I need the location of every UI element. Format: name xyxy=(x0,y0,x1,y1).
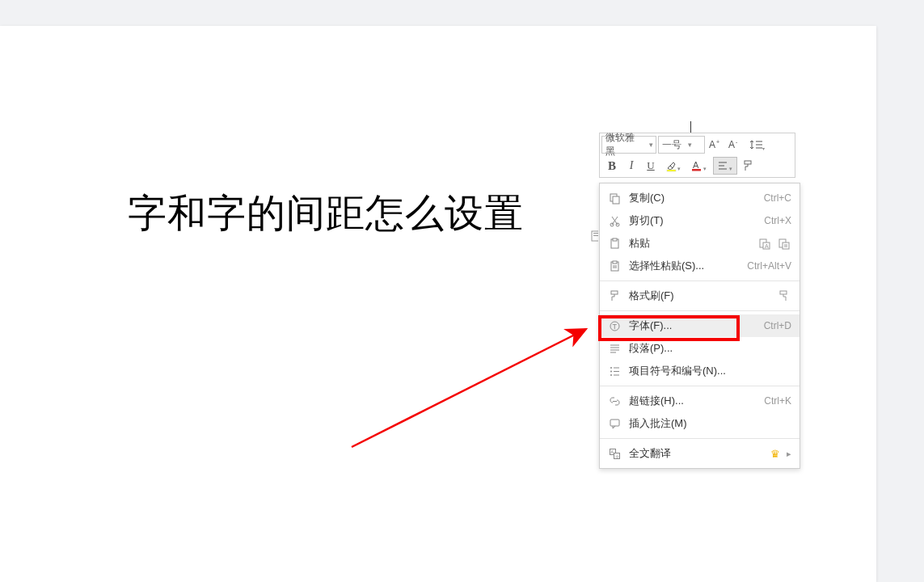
svg-point-50 xyxy=(610,374,612,376)
page-options-icon[interactable] xyxy=(590,230,598,242)
svg-text:-: - xyxy=(736,139,738,145)
menu-divider xyxy=(600,310,800,311)
menu-shortcut: Ctrl+Alt+V xyxy=(747,260,791,272)
svg-rect-38 xyxy=(611,291,618,294)
svg-rect-39 xyxy=(780,291,787,294)
highlight-color-button[interactable]: ▾ xyxy=(661,157,686,175)
premium-crown-icon: ♛ xyxy=(770,448,780,460)
menu-cut[interactable]: 剪切(T) Ctrl+X xyxy=(600,209,800,232)
menu-label: 插入批注(M) xyxy=(629,416,791,431)
svg-rect-20 xyxy=(745,161,751,164)
menu-copy[interactable]: 复制(C) Ctrl+C xyxy=(600,187,800,209)
decrease-font-button[interactable]: A- xyxy=(726,136,744,154)
paste-format-icon[interactable] xyxy=(775,235,791,251)
chevron-right-icon: ▸ xyxy=(787,449,791,459)
menu-shortcut: Ctrl+C xyxy=(764,192,791,204)
svg-text:A: A xyxy=(765,243,769,249)
svg-text:▾: ▾ xyxy=(677,166,681,171)
menu-shortcut: Ctrl+X xyxy=(764,215,791,226)
menu-divider xyxy=(600,386,800,386)
italic-button[interactable]: I xyxy=(622,157,640,175)
svg-rect-35 xyxy=(613,261,617,264)
svg-rect-11 xyxy=(667,170,676,171)
document-text: 字和字的间距怎么设置 xyxy=(128,188,524,239)
mini-format-toolbar: 微软雅黑 ▾ 一号 ▾ A+ A- ▾ B I U ▾ A▾ xyxy=(599,133,795,178)
menu-divider xyxy=(600,438,800,439)
paragraph-icon xyxy=(606,340,622,356)
menu-label: 字体(F)... xyxy=(629,318,764,333)
translate-icon: A文 xyxy=(606,445,622,462)
menu-shortcut: Ctrl+K xyxy=(764,395,791,407)
svg-text:文: 文 xyxy=(615,453,619,458)
bold-button[interactable]: B xyxy=(603,157,621,175)
menu-paste[interactable]: 粘贴 A xyxy=(600,232,800,255)
underline-button[interactable]: U xyxy=(642,157,660,175)
menu-label: 格式刷(F) xyxy=(629,289,775,303)
menu-insert-comment[interactable]: 插入批注(M) xyxy=(600,412,800,435)
menu-label: 剪切(T) xyxy=(629,213,764,228)
font-color-button[interactable]: A▾ xyxy=(687,157,711,175)
menu-bullets-numbering[interactable]: 项目符号和编号(N)... xyxy=(600,360,800,382)
align-button[interactable]: ▾ xyxy=(713,157,737,175)
chevron-down-icon: ▾ xyxy=(685,141,694,149)
menu-label: 粘贴 xyxy=(629,236,756,251)
paste-text-icon[interactable]: A xyxy=(756,235,772,251)
svg-rect-31 xyxy=(783,242,789,249)
format-painter-button[interactable] xyxy=(739,157,757,175)
menu-paste-special[interactable]: 选择性粘贴(S)... Ctrl+Alt+V xyxy=(600,255,800,277)
menu-divider xyxy=(600,280,800,281)
menu-label: 项目符号和编号(N)... xyxy=(629,364,791,378)
font-size-combo[interactable]: 一号 ▾ xyxy=(658,136,705,154)
menu-label: 全文翻译 xyxy=(629,446,843,461)
svg-text:A: A xyxy=(610,449,614,454)
svg-rect-52 xyxy=(610,420,619,426)
svg-rect-1 xyxy=(593,233,598,234)
svg-text:T: T xyxy=(612,323,617,331)
svg-text:▾: ▾ xyxy=(729,166,732,171)
svg-text:+: + xyxy=(716,139,719,145)
svg-point-48 xyxy=(610,370,612,372)
svg-text:A: A xyxy=(728,139,735,150)
svg-rect-14 xyxy=(692,169,701,171)
format-painter-alt-icon[interactable] xyxy=(775,288,791,304)
chevron-down-icon: ▾ xyxy=(646,141,656,149)
font-size-value: 一号 xyxy=(659,138,685,152)
format-painter-icon xyxy=(606,288,622,304)
context-menu: 复制(C) Ctrl+C 剪切(T) Ctrl+X 粘贴 A 选择性粘贴(S).… xyxy=(599,183,800,469)
font-name-combo[interactable]: 微软雅黑 ▾ xyxy=(601,136,656,154)
svg-point-46 xyxy=(610,367,612,369)
menu-label: 复制(C) xyxy=(629,191,764,205)
comment-icon xyxy=(606,415,622,432)
svg-text:A: A xyxy=(693,160,699,170)
cut-icon xyxy=(606,213,622,229)
copy-icon xyxy=(606,190,622,206)
svg-text:▾: ▾ xyxy=(762,146,765,151)
svg-rect-22 xyxy=(613,196,619,204)
menu-shortcut: Ctrl+D xyxy=(764,320,791,331)
font-name-value: 微软雅黑 xyxy=(602,131,646,158)
menu-font[interactable]: T 字体(F)... Ctrl+D xyxy=(600,314,800,337)
link-icon xyxy=(606,393,622,409)
svg-rect-26 xyxy=(613,238,617,241)
increase-font-button[interactable]: A+ xyxy=(707,136,724,154)
menu-paragraph[interactable]: 段落(P)... xyxy=(600,337,800,360)
menu-hyperlink[interactable]: 超链接(H)... Ctrl+K xyxy=(600,390,800,412)
menu-label: 超链接(H)... xyxy=(629,394,764,408)
menu-label: 段落(P)... xyxy=(629,341,791,356)
svg-text:▾: ▾ xyxy=(703,166,707,171)
menu-translate[interactable]: A文 全文翻译 ♛ ▸ xyxy=(600,442,800,465)
line-spacing-button[interactable]: ▾ xyxy=(745,136,770,154)
svg-text:A: A xyxy=(709,139,715,150)
menu-format-painter[interactable]: 格式刷(F) xyxy=(600,285,800,307)
svg-rect-2 xyxy=(593,235,598,236)
paste-icon xyxy=(606,235,622,251)
font-icon: T xyxy=(606,318,622,334)
paste-special-icon xyxy=(606,258,622,274)
bullets-icon xyxy=(606,363,622,379)
menu-label: 选择性粘贴(S)... xyxy=(629,259,747,273)
